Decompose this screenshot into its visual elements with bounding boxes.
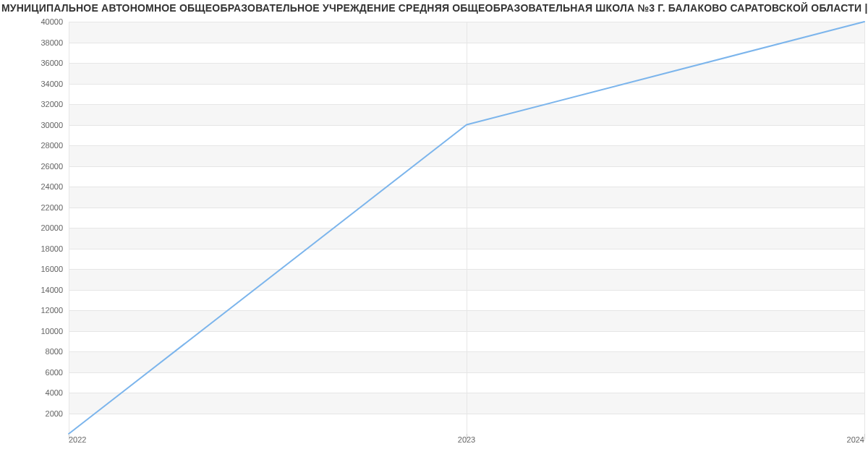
y-tick-label: 26000: [41, 162, 69, 171]
y-tick-label: 10000: [41, 327, 69, 336]
y-tick-label: 8000: [46, 347, 69, 356]
y-tick-label: 4000: [46, 388, 69, 397]
x-axis-labels: 202220232024: [69, 435, 864, 450]
x-tick-label: 2023: [458, 435, 475, 444]
y-tick-label: 24000: [41, 182, 69, 191]
y-axis-labels: 2000400060008000100001200014000160001800…: [0, 22, 69, 434]
y-tick-label: 28000: [41, 141, 69, 150]
line-series-svg: [69, 22, 864, 434]
y-tick-label: 32000: [41, 100, 69, 108]
x-gridline: [864, 22, 865, 434]
y-tick-label: 34000: [41, 80, 69, 88]
y-tick-label: 40000: [41, 17, 69, 26]
x-tick-label: 2022: [69, 435, 86, 444]
y-tick-label: 2000: [46, 409, 69, 418]
y-tick-label: 18000: [41, 244, 69, 253]
y-tick-label: 6000: [46, 368, 69, 377]
y-tick-label: 22000: [41, 203, 69, 212]
y-tick-label: 36000: [41, 59, 69, 67]
data-line: [69, 22, 864, 434]
y-tick-label: 12000: [41, 306, 69, 315]
x-tick-mark: [864, 434, 865, 440]
x-tick-label: 2024: [847, 435, 864, 444]
y-tick-label: 30000: [41, 121, 69, 129]
y-tick-label: 38000: [41, 38, 69, 47]
chart-title: МУНИЦИПАЛЬНОЕ АВТОНОМНОЕ ОБЩЕОБРАЗОВАТЕЛ…: [0, 2, 868, 15]
y-tick-label: 20000: [41, 223, 69, 232]
y-tick-label: 14000: [41, 286, 69, 294]
plot-area: [69, 22, 864, 434]
y-tick-label: 16000: [41, 265, 69, 273]
chart-container: МУНИЦИПАЛЬНОЕ АВТОНОМНОЕ ОБЩЕОБРАЗОВАТЕЛ…: [0, 0, 868, 470]
